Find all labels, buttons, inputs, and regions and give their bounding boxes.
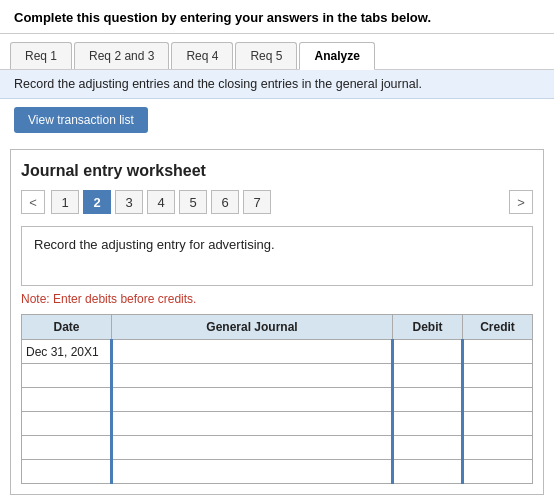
gj-cell-4[interactable]	[112, 412, 393, 436]
debit-cell-3[interactable]	[393, 388, 463, 412]
record-instruction: Record the adjusting entries and the clo…	[0, 70, 554, 99]
table-row	[22, 388, 533, 412]
date-cell-3	[22, 388, 112, 412]
gj-input-6[interactable]	[117, 465, 387, 479]
page-5[interactable]: 5	[179, 190, 207, 214]
credit-input-6[interactable]	[468, 465, 528, 479]
page-6[interactable]: 6	[211, 190, 239, 214]
worksheet-container: Journal entry worksheet < 1 2 3 4 5 6 7 …	[10, 149, 544, 495]
page-2[interactable]: 2	[83, 190, 111, 214]
view-transaction-button[interactable]: View transaction list	[14, 107, 148, 133]
page-next-button[interactable]: >	[509, 190, 533, 214]
page-4[interactable]: 4	[147, 190, 175, 214]
tabs-row: Req 1 Req 2 and 3 Req 4 Req 5 Analyze	[0, 34, 554, 70]
gj-cell-6[interactable]	[112, 460, 393, 484]
page-1[interactable]: 1	[51, 190, 79, 214]
debit-input-3[interactable]	[398, 393, 457, 407]
col-header-debit: Debit	[393, 315, 463, 340]
worksheet-title: Journal entry worksheet	[21, 162, 533, 180]
view-btn-row: View transaction list	[0, 99, 554, 141]
gj-cell-1[interactable]	[112, 340, 393, 364]
main-container: Complete this question by entering your …	[0, 0, 554, 503]
date-cell-4	[22, 412, 112, 436]
credit-input-1[interactable]	[468, 345, 528, 359]
credit-cell-5[interactable]	[463, 436, 533, 460]
page-prev-button[interactable]: <	[21, 190, 45, 214]
debit-cell-1[interactable]	[393, 340, 463, 364]
col-header-credit: Credit	[463, 315, 533, 340]
table-row	[22, 460, 533, 484]
credit-input-2[interactable]	[468, 369, 528, 383]
credit-cell-4[interactable]	[463, 412, 533, 436]
gj-input-1[interactable]	[117, 345, 387, 359]
gj-cell-2[interactable]	[112, 364, 393, 388]
credit-cell-2[interactable]	[463, 364, 533, 388]
gj-input-2[interactable]	[117, 369, 387, 383]
note-text: Note: Enter debits before credits.	[21, 292, 533, 306]
gj-input-3[interactable]	[117, 393, 387, 407]
credit-cell-1[interactable]	[463, 340, 533, 364]
table-row	[22, 364, 533, 388]
table-row	[22, 412, 533, 436]
credit-input-5[interactable]	[468, 441, 528, 455]
col-header-date: Date	[22, 315, 112, 340]
debit-cell-5[interactable]	[393, 436, 463, 460]
page-3[interactable]: 3	[115, 190, 143, 214]
debit-input-2[interactable]	[398, 369, 457, 383]
credit-cell-3[interactable]	[463, 388, 533, 412]
table-row: Dec 31, 20X1	[22, 340, 533, 364]
top-instruction: Complete this question by entering your …	[0, 0, 554, 34]
debit-cell-6[interactable]	[393, 460, 463, 484]
credit-cell-6[interactable]	[463, 460, 533, 484]
debit-cell-4[interactable]	[393, 412, 463, 436]
credit-input-4[interactable]	[468, 417, 528, 431]
entry-description: Record the adjusting entry for advertisi…	[21, 226, 533, 286]
debit-input-5[interactable]	[398, 441, 457, 455]
debit-input-1[interactable]	[398, 345, 457, 359]
gj-cell-3[interactable]	[112, 388, 393, 412]
tab-req2and3[interactable]: Req 2 and 3	[74, 42, 169, 69]
debit-cell-2[interactable]	[393, 364, 463, 388]
tab-req5[interactable]: Req 5	[235, 42, 297, 69]
gj-cell-5[interactable]	[112, 436, 393, 460]
date-cell-1: Dec 31, 20X1	[22, 340, 112, 364]
debit-input-6[interactable]	[398, 465, 457, 479]
credit-input-3[interactable]	[468, 393, 528, 407]
tab-req1[interactable]: Req 1	[10, 42, 72, 69]
debit-input-4[interactable]	[398, 417, 457, 431]
tab-analyze[interactable]: Analyze	[299, 42, 374, 70]
gj-input-4[interactable]	[117, 417, 387, 431]
page-7[interactable]: 7	[243, 190, 271, 214]
gj-input-5[interactable]	[117, 441, 387, 455]
date-cell-6	[22, 460, 112, 484]
col-header-gj: General Journal	[112, 315, 393, 340]
pagination-row: < 1 2 3 4 5 6 7 >	[21, 190, 533, 214]
date-cell-2	[22, 364, 112, 388]
tab-req4[interactable]: Req 4	[171, 42, 233, 69]
table-row	[22, 436, 533, 460]
journal-table: Date General Journal Debit Credit Dec 31…	[21, 314, 533, 484]
date-cell-5	[22, 436, 112, 460]
